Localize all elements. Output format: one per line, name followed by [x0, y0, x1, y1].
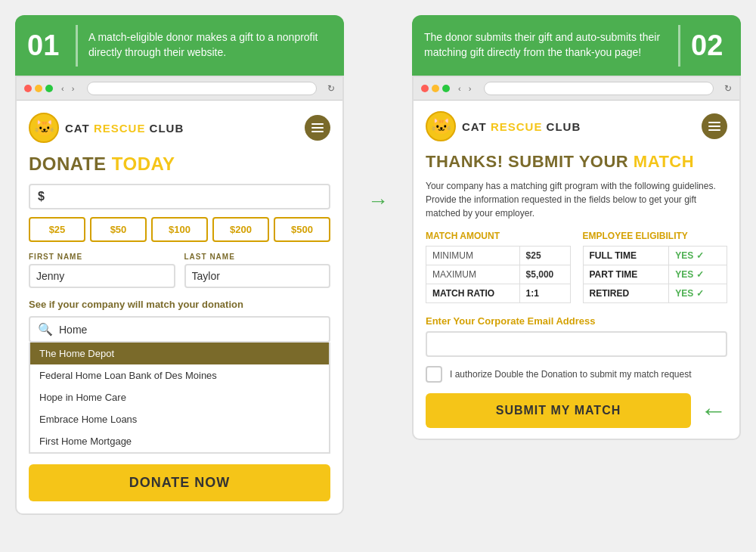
browser-dots-2: [421, 85, 450, 92]
thanks-heading: THANKS! SUBMIT YOUR MATCH: [426, 152, 727, 172]
table-row: MATCH RATIO 1:1: [426, 284, 571, 303]
match-value-2: 1:1: [519, 284, 570, 303]
browser-bar-2: ‹ › ↻: [414, 77, 739, 101]
emp-status-2: YES ✓: [669, 284, 727, 303]
table-row: FULL TIME YES ✓: [583, 247, 727, 265]
dropdown-item-2[interactable]: Hope in Home Care: [30, 386, 329, 408]
browser-dots-1: [24, 85, 53, 92]
submit-row: SUBMIT MY MATCH ←: [426, 393, 727, 428]
hamburger-button-1[interactable]: [305, 115, 330, 141]
donate-heading: DONATE TODAY: [29, 154, 330, 175]
step1-text: A match-eligible donor makes a gift to a…: [88, 30, 332, 60]
emp-type-0: FULL TIME: [583, 247, 669, 265]
amount-btn-25[interactable]: $25: [29, 217, 85, 242]
refresh-icon-2[interactable]: ↻: [724, 83, 732, 94]
step1-number: 01: [27, 31, 65, 60]
dropdown-item-4[interactable]: First Home Mortgage: [30, 430, 329, 452]
nav-forward-2[interactable]: ›: [466, 83, 474, 94]
email-label: Enter Your Corporate Email Address: [426, 315, 727, 327]
match-description: Your company has a matching gift program…: [426, 179, 727, 220]
eligibility-heading: Employee Eligibility: [583, 231, 728, 241]
first-name-group: FIRST NAME: [29, 253, 175, 288]
table-row: RETIRED YES ✓: [583, 284, 727, 303]
arrow-right-icon: →: [367, 189, 389, 213]
hamburger-button-2[interactable]: [702, 113, 727, 139]
authorize-section: I authorize Double the Donation to submi…: [426, 366, 727, 383]
auth-text: I authorize Double the Donation to submi…: [450, 368, 692, 381]
match-label-2: MATCH RATIO: [426, 284, 520, 303]
browser-nav-2: ‹ ›: [456, 83, 473, 94]
submit-match-button[interactable]: SUBMIT MY MATCH: [426, 393, 691, 428]
emp-type-1: PART TIME: [583, 265, 669, 284]
amount-btn-100[interactable]: $100: [151, 217, 208, 242]
auth-checkbox[interactable]: [426, 366, 442, 383]
arrow-connector: →: [359, 189, 397, 213]
donate-highlight: TODAY: [112, 154, 175, 174]
refresh-icon-1[interactable]: ↻: [327, 83, 335, 94]
amount-btn-200[interactable]: $200: [212, 217, 269, 242]
name-fields: FIRST NAME LAST NAME: [29, 253, 330, 288]
dropdown-item-1[interactable]: Federal Home Loan Bank of Des Moines: [30, 364, 329, 386]
search-input[interactable]: [59, 324, 321, 336]
last-name-input[interactable]: [184, 264, 331, 288]
nav-forward[interactable]: ›: [70, 83, 77, 94]
email-input[interactable]: [426, 331, 727, 357]
nav-back[interactable]: ‹: [59, 83, 67, 94]
step1-divider: [76, 25, 78, 67]
email-section: Enter Your Corporate Email Address: [426, 315, 727, 357]
first-name-input[interactable]: [29, 264, 175, 288]
amount-btn-500[interactable]: $500: [274, 217, 330, 242]
search-icon: 🔍: [38, 322, 53, 336]
browser-bar-1: ‹ › ↻: [17, 77, 342, 101]
dot-green-2: [442, 85, 450, 92]
step2-header: 02 The donor submits their gift and auto…: [412, 15, 741, 76]
step2-divider: [678, 25, 680, 67]
first-name-label: FIRST NAME: [29, 253, 175, 261]
browser-url-1: [87, 82, 317, 95]
dropdown-item-0[interactable]: The Home Depot: [30, 343, 329, 364]
browser-url-2: [484, 82, 714, 95]
emp-status-1: YES ✓: [669, 265, 727, 284]
hamburger-lines-2: [708, 122, 720, 131]
step2-content: 🐱 CAT RESCUE CLUB THANKS! SUBMIT YOUR MA…: [414, 101, 739, 439]
preset-amounts: $25 $50 $100 $200 $500: [29, 217, 330, 242]
dollar-input[interactable]: [49, 191, 321, 203]
step2-panel: 02 The donor submits their gift and auto…: [412, 15, 741, 440]
table-row: MINIMUM $25: [426, 247, 571, 265]
dollar-sign: $: [38, 190, 45, 203]
dollar-input-wrap: $: [29, 184, 330, 209]
donate-now-button[interactable]: DONATE NOW: [29, 464, 330, 501]
eligibility-section: Employee Eligibility FULL TIME YES ✓ PAR…: [583, 231, 728, 303]
emp-type-2: RETIRED: [583, 284, 669, 303]
cat-icon-1: 🐱: [29, 113, 59, 143]
arrow-left-icon: ←: [700, 395, 727, 426]
logo-text-2: CAT RESCUE CLUB: [462, 120, 581, 133]
logo-left-2: 🐱 CAT RESCUE CLUB: [426, 111, 581, 141]
match-amount-heading: Match Amount: [426, 231, 571, 241]
last-name-label: LAST NAME: [184, 253, 331, 261]
nav-back-2[interactable]: ‹: [456, 83, 463, 94]
donate-main: DONATE: [29, 154, 107, 174]
dropdown-item-3[interactable]: Embrace Home Loans: [30, 408, 329, 430]
amount-btn-50[interactable]: $50: [90, 217, 147, 242]
thanks-match: MATCH: [634, 152, 694, 171]
logo-text-1: CAT RESCUE CLUB: [65, 122, 184, 135]
browser-nav-1: ‹ ›: [59, 83, 76, 94]
company-match-label: See if your company will match your dona…: [29, 299, 330, 310]
match-tables: Match Amount MINIMUM $25 MAXIMUM $5,000: [426, 231, 727, 303]
logo-area-2: 🐱 CAT RESCUE CLUB: [426, 111, 727, 141]
table-row: MAXIMUM $5,000: [426, 265, 571, 284]
dot-yellow-1: [35, 85, 42, 92]
last-name-group: LAST NAME: [184, 253, 331, 288]
dot-red-1: [24, 85, 32, 92]
logo-left-1: 🐱 CAT RESCUE CLUB: [29, 113, 184, 143]
step2-number: 02: [691, 31, 729, 60]
dot-green-1: [45, 85, 53, 92]
logo-area-1: 🐱 CAT RESCUE CLUB: [29, 113, 330, 143]
step2-text: The donor submits their gift and auto-su…: [424, 30, 668, 60]
step2-browser: ‹ › ↻ 🐱 CAT RESCUE CLUB: [412, 76, 741, 440]
dot-yellow-2: [432, 85, 439, 92]
step1-browser: ‹ › ↻ 🐱 CAT RESCUE CLUB: [15, 76, 344, 515]
search-box: 🔍: [29, 316, 330, 343]
main-container: 01 A match-eligible donor makes a gift t…: [0, 0, 756, 552]
